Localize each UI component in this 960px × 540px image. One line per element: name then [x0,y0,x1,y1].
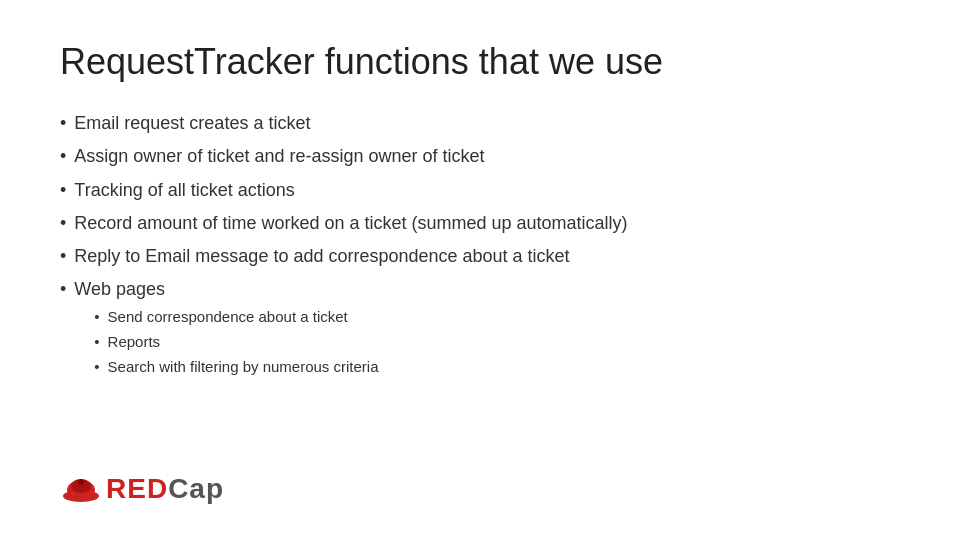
list-item-text: Assign owner of ticket and re-assign own… [74,144,484,169]
bullet-icon: • [60,244,66,269]
logo-area: REDCap [60,468,900,510]
slide: RequestTracker functions that we use • E… [0,0,960,540]
sub-bullet-icon: • [94,331,99,352]
list-item: • Tracking of all ticket actions [60,178,900,203]
logo-cap-text: Cap [168,473,224,504]
list-item: • Assign owner of ticket and re-assign o… [60,144,900,169]
main-bullet-list: • Email request creates a ticket • Assig… [60,111,900,458]
svg-point-3 [78,479,84,485]
sub-bullet-list: • Send correspondence about a ticket • R… [94,306,378,377]
logo-red-text: RED [106,473,168,504]
logo-text: REDCap [106,473,224,505]
list-item: • Record amount of time worked on a tick… [60,211,900,236]
bullet-icon: • [60,211,66,236]
sub-bullet-icon: • [94,306,99,327]
sub-list-item-text: Reports [108,331,161,352]
list-item-text: Web pages [74,279,165,299]
sub-list-item-text: Search with filtering by numerous criter… [108,356,379,377]
redcap-logo: REDCap [60,468,224,510]
list-item-text: Reply to Email message to add correspond… [74,244,569,269]
sub-list-item: • Reports [94,331,378,352]
list-item-text: Tracking of all ticket actions [74,178,294,203]
sub-list-item: • Send correspondence about a ticket [94,306,378,327]
list-item-text: Record amount of time worked on a ticket… [74,211,627,236]
sub-list-item: • Search with filtering by numerous crit… [94,356,378,377]
list-item-text: Email request creates a ticket [74,111,310,136]
bullet-icon: • [60,111,66,136]
bullet-icon: • [60,277,66,302]
sub-bullet-icon: • [94,356,99,377]
sub-list-item-text: Send correspondence about a ticket [108,306,348,327]
web-pages-content: Web pages • Send correspondence about a … [74,277,378,381]
list-item: • Email request creates a ticket [60,111,900,136]
list-item: • Reply to Email message to add correspo… [60,244,900,269]
bullet-icon: • [60,144,66,169]
redcap-hat-icon [60,468,102,510]
list-item-web-pages: • Web pages • Send correspondence about … [60,277,900,381]
bullet-icon: • [60,178,66,203]
slide-title: RequestTracker functions that we use [60,40,900,83]
